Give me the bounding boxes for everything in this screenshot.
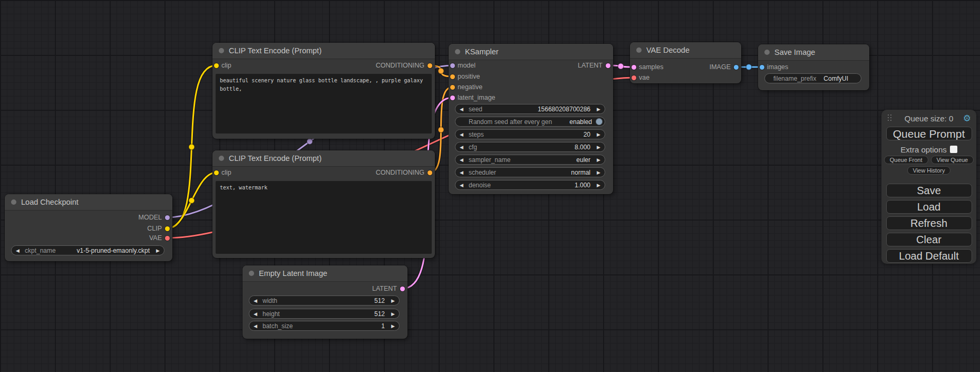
clip-input-dot[interactable] xyxy=(214,170,219,175)
node-title-bar[interactable]: KSampler xyxy=(449,44,613,60)
latent-output-dot[interactable] xyxy=(400,287,405,291)
view-history-button[interactable]: View History xyxy=(907,166,951,175)
collapse-dot-icon[interactable] xyxy=(219,48,224,53)
node-title: CLIP Text Encode (Prompt) xyxy=(229,154,322,163)
denoise-widget[interactable]: ◀▶denoise1.000 xyxy=(455,180,605,190)
ksampler-node[interactable]: KSamplermodelLATENTpositivenegativelaten… xyxy=(449,44,613,194)
samples-input-dot[interactable] xyxy=(632,65,636,70)
queue-prompt-button[interactable]: Queue Prompt xyxy=(886,127,972,140)
prompt-textarea[interactable]: beautiful scenery nature glass bottle la… xyxy=(216,74,432,133)
decrement-arrow-icon[interactable]: ◀ xyxy=(254,311,257,316)
negative-input-dot[interactable] xyxy=(450,85,455,90)
widget-label: batch_size xyxy=(263,322,293,330)
refresh-button[interactable]: Refresh xyxy=(886,216,972,230)
clip-encode-2-node[interactable]: CLIP Text Encode (Prompt)clipCONDITIONIN… xyxy=(212,150,435,258)
link-midpoint-dot[interactable] xyxy=(189,144,195,150)
latent-output-dot[interactable] xyxy=(606,63,610,68)
increment-arrow-icon[interactable]: ▶ xyxy=(597,157,600,162)
increment-arrow-icon[interactable]: ▶ xyxy=(391,298,395,303)
scheduler-widget[interactable]: ◀▶schedulernormal xyxy=(455,167,605,177)
width-widget[interactable]: ◀▶width512 xyxy=(249,295,400,306)
increment-arrow-icon[interactable]: ▶ xyxy=(156,248,160,253)
latent_image-input-dot[interactable] xyxy=(450,96,455,100)
clip-input-dot[interactable] xyxy=(214,63,219,68)
increment-arrow-icon[interactable]: ▶ xyxy=(597,145,600,149)
collapse-dot-icon[interactable] xyxy=(636,47,642,53)
collapse-dot-icon[interactable] xyxy=(764,50,770,55)
model-output-dot[interactable] xyxy=(165,215,170,220)
queue-front-button[interactable]: Queue Front xyxy=(884,156,928,164)
node-title-bar[interactable]: Save Image xyxy=(758,44,869,61)
load-button[interactable]: Load xyxy=(886,200,972,214)
decrement-arrow-icon[interactable]: ◀ xyxy=(460,183,463,187)
model-input-dot[interactable] xyxy=(450,63,455,68)
increment-arrow-icon[interactable]: ▶ xyxy=(391,311,395,316)
collapse-dot-icon[interactable] xyxy=(11,199,16,205)
node-title-bar[interactable]: Load Checkpoint xyxy=(5,194,172,211)
decrement-arrow-icon[interactable]: ◀ xyxy=(16,248,20,253)
link-midpoint-dot[interactable] xyxy=(618,63,624,69)
cfg-widget[interactable]: ◀▶cfg8.000 xyxy=(455,142,605,152)
view-queue-button[interactable]: View Queue xyxy=(931,156,974,164)
save-image-node[interactable]: Save Imageimagesfilename_prefixComfyUI xyxy=(758,44,869,90)
empty-latent-node[interactable]: Empty Latent ImageLATENT◀▶width512◀▶heig… xyxy=(242,265,407,339)
link-midpoint-dot[interactable] xyxy=(746,64,752,70)
samples-slot-label: samples xyxy=(639,63,664,71)
image-output-dot[interactable] xyxy=(734,65,739,70)
link-midpoint-dot[interactable] xyxy=(189,198,195,204)
collapse-dot-icon[interactable] xyxy=(455,49,460,54)
clip-output-dot[interactable] xyxy=(165,226,170,231)
load-checkpoint-node[interactable]: Load CheckpointMODELCLIPVAE◀▶ckpt_namev1… xyxy=(5,194,172,261)
decrement-arrow-icon[interactable]: ◀ xyxy=(460,145,463,149)
vae-decode-node[interactable]: VAE DecodesamplesIMAGEvae xyxy=(630,42,741,83)
increment-arrow-icon[interactable]: ▶ xyxy=(597,183,600,187)
node-title-bar[interactable]: CLIP Text Encode (Prompt) xyxy=(212,43,435,59)
link-midpoint-dot[interactable] xyxy=(307,139,313,145)
load-default-button[interactable]: Load Default xyxy=(886,249,972,263)
node-title-bar[interactable]: VAE Decode xyxy=(630,42,741,59)
link-midpoint-dot[interactable] xyxy=(438,68,444,74)
clip-encode-1-node[interactable]: CLIP Text Encode (Prompt)clipCONDITIONIN… xyxy=(212,43,435,139)
decrement-arrow-icon[interactable]: ◀ xyxy=(460,170,463,175)
ckpt_name-widget[interactable]: ◀▶ckpt_namev1-5-pruned-emaonly.ckpt xyxy=(11,245,164,255)
decrement-arrow-icon[interactable]: ◀ xyxy=(254,323,257,328)
vae-output-dot[interactable] xyxy=(165,236,170,241)
positive-input-dot[interactable] xyxy=(450,74,455,79)
prompt-textarea[interactable]: text, watermark xyxy=(216,181,432,254)
collapse-dot-icon[interactable] xyxy=(249,271,254,276)
images-input-dot[interactable] xyxy=(760,65,764,70)
random seed after every gen-widget[interactable]: Random seed after every genenabled xyxy=(455,117,605,127)
settings-gear-icon[interactable]: ⚙ xyxy=(963,113,971,123)
decrement-arrow-icon[interactable]: ◀ xyxy=(460,107,463,111)
widget-label: cfg xyxy=(469,144,477,151)
decrement-arrow-icon[interactable]: ◀ xyxy=(460,132,463,137)
node-title-bar[interactable]: CLIP Text Encode (Prompt) xyxy=(212,150,435,167)
conditioning-output-dot[interactable] xyxy=(428,170,432,175)
decrement-arrow-icon[interactable]: ◀ xyxy=(254,298,257,303)
steps-widget[interactable]: ◀▶steps20 xyxy=(455,129,605,139)
clear-button[interactable]: Clear xyxy=(886,233,972,246)
widget-value: 1 xyxy=(381,322,385,330)
collapse-dot-icon[interactable] xyxy=(219,156,224,161)
increment-arrow-icon[interactable]: ▶ xyxy=(597,107,600,111)
extra-options-label: Extra options xyxy=(900,145,947,154)
increment-arrow-icon[interactable]: ▶ xyxy=(597,132,600,137)
increment-arrow-icon[interactable]: ▶ xyxy=(597,170,600,175)
node-graph-canvas[interactable]: Load CheckpointMODELCLIPVAE◀▶ckpt_namev1… xyxy=(0,0,980,372)
link-midpoint-dot[interactable] xyxy=(438,127,444,133)
vae-input-dot[interactable] xyxy=(632,75,636,80)
widget-value: 1.000 xyxy=(575,182,590,189)
batch_size-widget[interactable]: ◀▶batch_size1 xyxy=(249,321,400,331)
seed-widget[interactable]: ◀▶seed156680208700286 xyxy=(455,104,605,114)
filename_prefix-widget[interactable]: filename_prefixComfyUI xyxy=(764,73,861,83)
increment-arrow-icon[interactable]: ▶ xyxy=(391,323,395,328)
save-button[interactable]: Save xyxy=(886,184,972,197)
clip-slot-label: CLIP xyxy=(147,225,162,232)
decrement-arrow-icon[interactable]: ◀ xyxy=(460,157,463,162)
node-title-bar[interactable]: Empty Latent Image xyxy=(242,265,407,282)
sampler_name-widget[interactable]: ◀▶sampler_nameeuler xyxy=(455,155,605,165)
random-seed-toggle[interactable] xyxy=(596,118,603,125)
height-widget[interactable]: ◀▶height512 xyxy=(249,309,400,319)
extra-options-checkbox[interactable] xyxy=(950,146,957,153)
conditioning-output-dot[interactable] xyxy=(428,63,432,68)
